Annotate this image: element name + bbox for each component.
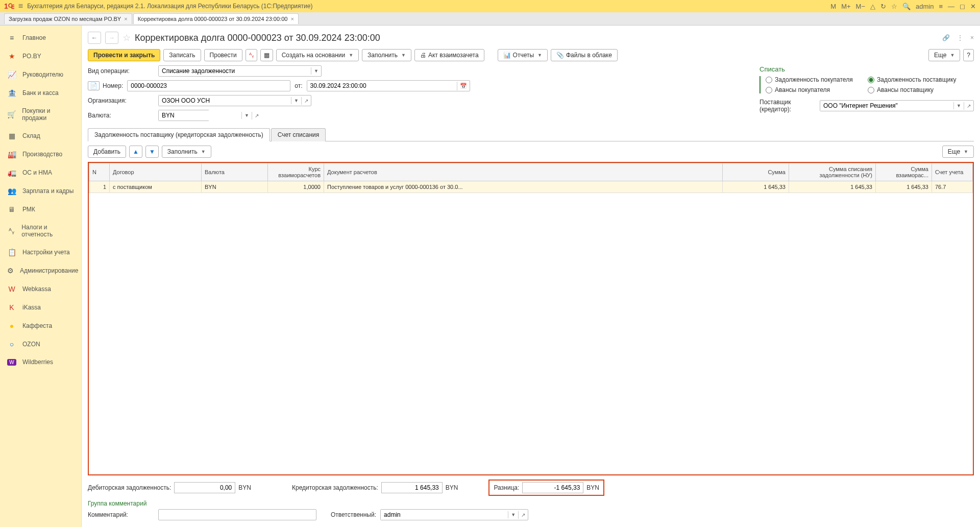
col-contract[interactable]: Договор xyxy=(110,163,202,181)
cell-n[interactable]: 1 xyxy=(89,181,110,193)
tab-debt-adjust[interactable]: Корректировка долга 0000-000023 от 30.09… xyxy=(133,13,299,24)
debitor-input[interactable] xyxy=(174,482,235,493)
sidebar-item-hr[interactable]: 👥Зарплата и кадры xyxy=(0,182,81,200)
move-up-button[interactable]: ▲ xyxy=(129,146,142,158)
sidebar-item-ikassa[interactable]: KiKassa xyxy=(0,298,81,317)
sidebar-item-manager[interactable]: 📈Руководителю xyxy=(0,65,81,84)
structure-button[interactable]: ▦ xyxy=(260,49,273,61)
currency-select[interactable]: ▼ ↗ xyxy=(158,110,209,121)
tab-close-icon[interactable]: × xyxy=(290,16,293,22)
fill-button[interactable]: Заполнить▼ xyxy=(362,49,411,61)
back-button[interactable]: ← xyxy=(88,32,101,44)
close-doc-icon[interactable]: × xyxy=(970,34,974,41)
subtab-debt[interactable]: Задолженность поставщику (кредиторская з… xyxy=(88,128,270,141)
responsible-select[interactable]: ▼ ↗ xyxy=(380,509,528,520)
settings-icon[interactable]: ≡ xyxy=(939,3,943,10)
radio-supplier-advance[interactable]: Авансы поставщику xyxy=(868,86,960,93)
calendar-icon[interactable]: 📅 xyxy=(457,82,470,90)
favorite-star-icon[interactable]: ☆ xyxy=(122,32,131,43)
cell-‑sum-nu[interactable]: 1 645,33 xyxy=(789,181,876,193)
sidebar-item-wildberries[interactable]: WWildberries xyxy=(0,353,81,371)
tab-close-icon[interactable]: × xyxy=(124,16,127,22)
sidebar-item-main[interactable]: ≡Главное xyxy=(0,29,81,47)
star-icon[interactable]: ☆ xyxy=(891,3,897,10)
col-rate[interactable]: Курс взаиморасчетов xyxy=(268,163,324,181)
open-icon[interactable]: ↗ xyxy=(301,97,311,105)
subtab-account[interactable]: Счет списания xyxy=(271,128,326,141)
sidebar-item-assets[interactable]: 🚛ОС и НМА xyxy=(0,163,81,182)
sidebar-item-settings[interactable]: 📋Настройки учета xyxy=(0,243,81,261)
forward-button[interactable]: → xyxy=(105,32,118,44)
chevron-down-icon[interactable]: ▼ xyxy=(291,97,301,104)
chevron-down-icon[interactable]: ▼ xyxy=(508,511,518,518)
radio-buyer-advance[interactable]: Авансы покупателя xyxy=(766,86,857,93)
debt-table[interactable]: N Договор Валюта Курс взаиморасчетов Док… xyxy=(89,163,973,193)
create-based-button[interactable]: Создать на основании▼ xyxy=(276,49,359,61)
op-type-input[interactable] xyxy=(159,66,311,76)
col-n[interactable]: N xyxy=(89,163,110,181)
add-button[interactable]: Добавить xyxy=(88,146,126,158)
col-account[interactable]: Счет учета xyxy=(932,163,973,181)
currency-input[interactable] xyxy=(159,110,241,121)
sidebar-item-sales[interactable]: 🛒Покупки и продажи xyxy=(0,102,81,127)
date-input[interactable]: 📅 xyxy=(307,80,470,91)
sidebar-item-kaffesta[interactable]: ●Каффеста xyxy=(0,317,81,335)
post-close-button[interactable]: Провести и закрыть xyxy=(88,49,160,61)
sidebar-item-rmk[interactable]: 🖥РМК xyxy=(0,200,81,219)
cell-currency[interactable]: BYN xyxy=(202,181,268,193)
history-icon[interactable]: ↻ xyxy=(880,3,886,10)
doc-icon[interactable]: 📄 xyxy=(88,81,100,90)
sidebar-item-admin[interactable]: ⚙Администрирование xyxy=(0,261,81,280)
move-down-button[interactable]: ▼ xyxy=(145,146,159,158)
cell-contract[interactable]: с поставщиком xyxy=(110,181,202,193)
creditor-input[interactable] xyxy=(381,482,443,493)
sidebar-item-webkassa[interactable]: WWebkassa xyxy=(0,280,81,298)
cell-sum[interactable]: 1 645,33 xyxy=(723,181,789,193)
link-icon[interactable]: 🔗 xyxy=(942,34,950,41)
search-icon[interactable]: 🔍 xyxy=(902,3,911,10)
m-button[interactable]: M xyxy=(830,3,836,10)
post-button[interactable]: Провести xyxy=(204,49,242,61)
supplier-input[interactable] xyxy=(820,101,953,111)
cell-doc[interactable]: Поступление товаров и услуг 0000-000136 … xyxy=(324,181,723,193)
mminus-button[interactable]: M− xyxy=(856,3,865,10)
sidebar-item-poby[interactable]: ★PO.BY xyxy=(0,47,81,65)
maximize-icon[interactable]: ◻ xyxy=(960,3,965,10)
user-label[interactable]: admin xyxy=(916,3,934,10)
save-button[interactable]: Записать xyxy=(163,49,201,61)
cell-rate[interactable]: 1,0000 xyxy=(268,181,324,193)
responsible-input[interactable] xyxy=(381,510,508,520)
table-row[interactable]: 1 с поставщиком BYN 1,0000 Поступление т… xyxy=(89,181,973,193)
col-sum-vz[interactable]: Сумма взаиморас... xyxy=(876,163,932,181)
op-type-select[interactable]: ▼ xyxy=(158,65,322,77)
chevron-down-icon[interactable]: ▼ xyxy=(241,112,252,119)
comment-group-link[interactable]: Группа комментарий xyxy=(88,498,974,509)
more-menu-icon[interactable]: ⋮ xyxy=(954,34,966,41)
open-icon[interactable]: ↗ xyxy=(964,102,973,110)
table-fill-button[interactable]: Заполнить▼ xyxy=(162,146,211,158)
offset-button[interactable]: 🖨Акт взаимозачета xyxy=(414,49,484,61)
col-sum[interactable]: Сумма xyxy=(723,163,789,181)
org-input[interactable] xyxy=(159,95,291,106)
table-more-button[interactable]: Еще▼ xyxy=(942,146,974,158)
sidebar-item-bank[interactable]: 🏦Банк и касса xyxy=(0,84,81,102)
help-button[interactable]: ? xyxy=(963,49,974,61)
supplier-select[interactable]: ▼ ↗ xyxy=(820,100,974,111)
open-icon[interactable]: ↗ xyxy=(252,112,261,119)
col-currency[interactable]: Валюта xyxy=(202,163,268,181)
open-icon[interactable]: ↗ xyxy=(518,511,528,519)
number-input[interactable] xyxy=(127,80,290,91)
chevron-down-icon[interactable]: ▼ xyxy=(311,67,321,75)
date-field[interactable] xyxy=(307,81,457,91)
radio-supplier-debt[interactable]: Задолженность поставщику xyxy=(868,76,960,83)
sidebar-item-ozon[interactable]: ○OZON xyxy=(0,335,81,353)
sidebar-item-warehouse[interactable]: ▦Склад xyxy=(0,127,81,145)
cell-account[interactable]: 76.7 xyxy=(932,181,973,193)
mplus-button[interactable]: M+ xyxy=(841,3,850,10)
chevron-down-icon[interactable]: ▼ xyxy=(953,102,964,109)
tab-ozon-load[interactable]: Загрузка продаж OZON по месяцам PO.BY × xyxy=(4,13,132,24)
col-doc[interactable]: Документ расчетов xyxy=(324,163,723,181)
close-icon[interactable]: ✕ xyxy=(970,3,976,10)
cell-sum-vz[interactable]: 1 645,33 xyxy=(876,181,932,193)
sidebar-item-tax[interactable]: ᴬᵧНалоги и отчетность xyxy=(0,219,81,243)
